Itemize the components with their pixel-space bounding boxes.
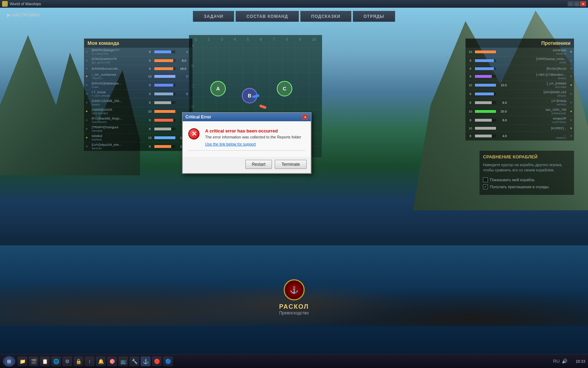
row-tier-number: 9 bbox=[146, 59, 153, 62]
start-button[interactable]: ⊞ bbox=[3, 356, 15, 367]
terminate-button[interactable]: Terminate bbox=[275, 160, 307, 169]
row-tier-icon-right: ✧ bbox=[566, 134, 573, 138]
row-tier-icon: ✧ bbox=[85, 118, 92, 122]
row-player-name-right: sergey2RLIGHTNING bbox=[507, 117, 566, 124]
row-tier-icon-right: ✦ bbox=[566, 127, 573, 130]
taskbar-icon-11[interactable]: 🔧 bbox=[130, 356, 139, 366]
row-health-bar bbox=[154, 75, 175, 78]
dialog-support-link[interactable]: Use the link below for support bbox=[205, 142, 305, 146]
row-tier-number: 8 bbox=[146, 127, 153, 131]
tab-hints[interactable]: ПОДСКАЗКИ bbox=[300, 11, 351, 22]
tab-tasks[interactable]: ЗАДАЧИ bbox=[193, 11, 234, 22]
row-tier-icon: ✧ bbox=[85, 83, 92, 87]
taskbar-icon-13[interactable]: 🔵 bbox=[163, 356, 173, 366]
option-receive-invites[interactable]: ✓ Получать приглашения в отряды bbox=[483, 184, 570, 189]
row-map-letter: E bbox=[186, 92, 191, 96]
row-tier-icon-right: ✧ bbox=[566, 59, 573, 62]
comparison-title: СРАВНЕНИЕ КОРАБЛЕЙ bbox=[483, 154, 570, 159]
row-tier-icon: ✧ bbox=[85, 59, 92, 62]
right-team-row: 8 [-ABS-]173Bender1...AMAGI ✧ bbox=[465, 72, 574, 81]
taskbar-icon-6[interactable]: 🔒 bbox=[74, 356, 83, 366]
minimize-button[interactable]: ─ bbox=[568, 1, 573, 6]
taskbar-icon-wows[interactable]: ⚓ bbox=[141, 356, 150, 366]
tab-team-composition[interactable]: СОСТАВ КОМАНД bbox=[236, 11, 299, 22]
row-tier-number-right: 10 bbox=[467, 110, 474, 113]
game-mode-subtitle: Превосходство bbox=[279, 311, 309, 315]
taskbar-icon-5[interactable]: ⚙ bbox=[62, 356, 72, 366]
settings-button[interactable]: ▶ НАСТРОЙКИ bbox=[7, 12, 40, 18]
row-health-bar-right bbox=[475, 50, 496, 53]
row-score-right: 4.0 bbox=[497, 134, 507, 138]
row-tier-icon: ✧ bbox=[85, 145, 92, 148]
row-player-name: [BMFRU]ladoga777N. CAROLINA bbox=[92, 48, 146, 55]
dialog-sub-message: The error information was collected to t… bbox=[205, 135, 305, 139]
left-team-row: ✧ I-T_hzinarF. DER GROBE 9 E bbox=[84, 90, 192, 98]
row-player-name-right: [-F-]PritolaHIPPER bbox=[507, 99, 566, 106]
row-health-bar bbox=[154, 119, 175, 122]
row-health-bar bbox=[154, 59, 175, 62]
taskbar-icon-10[interactable]: 📺 bbox=[118, 356, 128, 366]
maximize-button[interactable]: □ bbox=[574, 1, 580, 6]
right-team-row: 9 [GFA]WMEL163DRAKE ✧ bbox=[465, 90, 574, 98]
dialog-main-message: A critical error has been occurred bbox=[205, 128, 305, 134]
row-health-bar bbox=[154, 67, 175, 70]
row-tier-icon: ✧ bbox=[85, 101, 92, 104]
dialog-close-button[interactable]: ✕ bbox=[302, 115, 308, 120]
taskbar-explorer[interactable]: 📁 bbox=[18, 356, 27, 366]
row-tier-icon-right: ✧ bbox=[566, 118, 573, 122]
row-tier-number-right: 10 bbox=[467, 127, 474, 130]
left-team-row: ✧ [KRIMM]vovan198... 9 18.0 bbox=[84, 65, 192, 72]
row-score-right: 20.0 bbox=[497, 110, 507, 113]
row-player-name-right: [RUSIC]RU23 bbox=[507, 67, 566, 70]
row-tier-number: 8 bbox=[146, 50, 153, 54]
tab-squads[interactable]: ОТРЯДЫ bbox=[353, 11, 395, 22]
row-health-bar-right bbox=[475, 93, 496, 95]
taskbar-icon-9[interactable]: 🎯 bbox=[107, 356, 117, 366]
checkbox-receive-invites[interactable]: ✓ bbox=[483, 184, 488, 189]
taskbar-icon-12[interactable]: 🔴 bbox=[152, 356, 162, 366]
system-clock: 18:33 bbox=[569, 359, 585, 363]
restart-button[interactable]: Restart bbox=[245, 160, 272, 169]
row-tier-number: 10 bbox=[146, 75, 153, 78]
row-player-name-right: [GFA]WMEL163DRAKE bbox=[507, 90, 566, 97]
row-tier-icon: ✦ bbox=[85, 110, 92, 113]
row-health-bar-right bbox=[475, 119, 496, 122]
taskbar-icon-4[interactable]: 🌐 bbox=[51, 356, 61, 366]
left-team-panel: Моя команда ✧ [BMFRU]ladoga777N. CAROLIN… bbox=[84, 39, 192, 151]
left-team-row: ✦ I_GK_JumkamedYAMATO 10 C bbox=[84, 72, 192, 81]
right-team-list: 10 yovangazYAMATO ✦ 9 [VERF]sanya_roma..… bbox=[465, 48, 574, 141]
row-tier-number-right: 8 bbox=[467, 134, 474, 138]
taskbar-icon-7[interactable]: ↕ bbox=[85, 356, 94, 366]
right-team-row: 9 [RUSIC]RU23 ✧ bbox=[465, 65, 574, 72]
row-tier-icon: ✧ bbox=[85, 127, 92, 131]
row-health-bar-right bbox=[475, 101, 496, 104]
option-receive-invites-label: Получать приглашения в отряды bbox=[490, 185, 549, 189]
dialog-buttons: Restart Terminate bbox=[183, 157, 311, 173]
left-team-row: ✧ [IOWA]nashorn79ДМ. ДОНСКОЙ 9 8.0 bbox=[84, 56, 192, 65]
dialog-title: Critical Error bbox=[186, 115, 211, 120]
row-tier-icon-right: ✦ bbox=[566, 83, 573, 87]
taskbar-icon-2[interactable]: 🎬 bbox=[29, 356, 38, 366]
taskbar-icon-8[interactable]: 🔔 bbox=[96, 356, 106, 366]
left-team-row: ✧ [DRAKE]blakleopar...IOWA 9 bbox=[84, 81, 192, 90]
left-team-row: ✧ [ODECA]VMilk_Zhii...AMAGI 8 bbox=[84, 98, 192, 107]
row-tier-number-right: 8 bbox=[467, 118, 474, 122]
checkbox-show-my-ship[interactable] bbox=[483, 177, 488, 182]
row-tier-number: 8 bbox=[146, 101, 153, 104]
option-show-my-ship[interactable]: Показывать мой корабль bbox=[483, 177, 570, 182]
dialog-messages: A critical error has been occurred The e… bbox=[205, 128, 305, 146]
row-tier-number: 9 bbox=[146, 67, 153, 70]
row-score-right: 10.0 bbox=[497, 83, 507, 87]
left-team-row: ✦ [AMI00]t10025DES MOINES 10 bbox=[84, 107, 192, 116]
game-mode-display: ⚓ РАСКОЛ Превосходство bbox=[279, 279, 309, 315]
dialog-body: ✕ A critical error has been occurred The… bbox=[183, 121, 311, 157]
row-tier-number: 9 bbox=[146, 83, 153, 87]
close-button[interactable]: ✕ bbox=[580, 1, 586, 6]
row-score-right: 6.0 bbox=[497, 101, 507, 104]
taskbar-icon-3[interactable]: 📋 bbox=[40, 356, 50, 366]
row-health-bar bbox=[154, 136, 175, 139]
row-player-name-right: [_UA_]mitiakdМОСКВА bbox=[507, 82, 566, 89]
right-panel-title: Противники bbox=[465, 39, 574, 48]
row-health-bar bbox=[154, 128, 175, 130]
tray-lang: RU bbox=[553, 359, 560, 364]
